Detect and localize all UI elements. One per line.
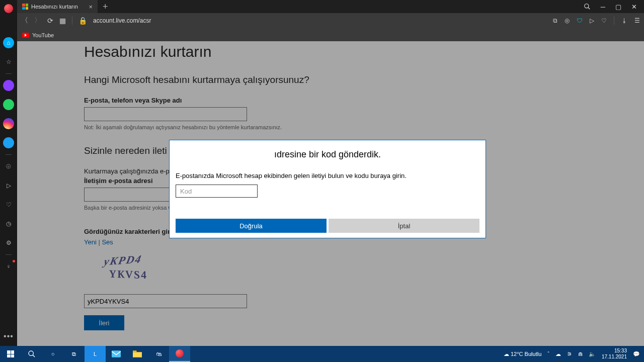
opera-logo-icon[interactable] — [4, 4, 13, 13]
youtube-favicon-icon[interactable] — [22, 33, 29, 38]
code-input[interactable] — [176, 185, 258, 198]
opera-taskbar-icon[interactable] — [169, 346, 190, 362]
taskbar-app-1[interactable]: L — [85, 346, 106, 362]
send-icon[interactable]: ▷ — [3, 180, 14, 191]
history-icon[interactable]: ◷ — [3, 218, 14, 229]
messenger-icon[interactable] — [3, 80, 14, 91]
cancel-button[interactable]: İptal — [329, 219, 479, 233]
close-window-icon[interactable]: ✕ — [631, 3, 637, 11]
svg-rect-6 — [133, 350, 137, 352]
tray-chevron-icon[interactable]: ˆ — [547, 351, 549, 357]
modal-title: ıdresine bir kod gönderdik. — [176, 149, 479, 160]
heart-icon[interactable]: ♡ — [3, 199, 14, 210]
more-icon[interactable]: ••• — [4, 332, 14, 341]
send-right-icon[interactable]: ▷ — [590, 17, 594, 24]
player-icon[interactable]: ⦾ — [3, 161, 14, 172]
tab-active[interactable]: Hesabınızı kurtarın × — [17, 0, 98, 13]
camera-icon[interactable]: ◎ — [565, 17, 570, 24]
opera-sidebar: ⌂ ☆ ⦾ ▷ ♡ ◷ ⚙ ♀ ••• — [0, 0, 17, 346]
download-icon[interactable]: ⭳ — [621, 17, 627, 24]
search-taskbar-icon[interactable] — [21, 346, 42, 362]
minimize-window-icon[interactable]: ─ — [601, 3, 605, 11]
forward-icon[interactable]: 〉 — [34, 16, 41, 25]
microsoft-favicon-icon — [22, 4, 28, 10]
explorer-icon[interactable] — [127, 346, 148, 362]
instagram-icon[interactable] — [3, 118, 14, 129]
verification-modal: ıdresine bir kod gönderdik. E-postanızda… — [169, 140, 486, 238]
address-bar: 〈 〉 ⟳ ▦ 🔒 account.live.com/acsr ⧉ ◎ 🛡 ▷ … — [17, 13, 644, 28]
screenshot-icon[interactable]: ⧉ — [553, 17, 557, 24]
menu-icon[interactable]: ☰ — [634, 17, 640, 24]
whatsapp-icon[interactable] — [3, 99, 14, 110]
maximize-window-icon[interactable]: ▢ — [615, 3, 621, 11]
mail-icon[interactable] — [106, 346, 127, 362]
start-button[interactable] — [0, 346, 21, 362]
svg-point-0 — [585, 4, 589, 8]
tab-strip: Hesabınızı kurtarın × + ─ ▢ ✕ — [17, 0, 644, 13]
volume-icon[interactable]: 🔈 — [589, 351, 596, 357]
tab-close-icon[interactable]: × — [89, 3, 93, 11]
notifications-icon[interactable]: 💬 — [633, 351, 640, 357]
star-icon[interactable]: ☆ — [3, 56, 14, 67]
back-icon[interactable]: 〈 — [21, 16, 28, 25]
onedrive-icon[interactable]: ☁ — [555, 351, 561, 357]
bulb-icon[interactable]: ♀ — [3, 261, 14, 272]
svg-line-3 — [33, 355, 35, 357]
svg-line-1 — [588, 8, 590, 10]
tabs-icon[interactable]: ▦ — [59, 17, 66, 25]
bookmark-youtube[interactable]: YouTube — [32, 32, 54, 38]
taskbar: ○ ⧉ L 🛍 ☁ 12°C Bulutlu ˆ ☁ ⚞ ⋒ 🔈 15:33 1… — [0, 346, 644, 362]
twitter-icon[interactable] — [3, 137, 14, 148]
search-icon[interactable] — [584, 3, 591, 10]
verify-button[interactable]: Doğrula — [176, 219, 327, 233]
heart-right-icon[interactable]: ♡ — [601, 17, 607, 24]
svg-rect-5 — [133, 352, 142, 357]
tab-title: Hesabınızı kurtarın — [31, 4, 78, 10]
new-tab-button[interactable]: + — [98, 2, 113, 12]
clock[interactable]: 15:33 17.11.2021 — [602, 348, 627, 360]
bookmarks-bar: YouTube — [17, 28, 644, 41]
network-icon[interactable]: ⚞ — [567, 351, 572, 357]
cortana-icon[interactable]: ○ — [42, 346, 63, 362]
lock-icon[interactable]: 🔒 — [78, 17, 87, 25]
home-icon[interactable]: ⌂ — [3, 37, 14, 48]
svg-point-2 — [29, 351, 33, 355]
store-icon[interactable]: 🛍 — [148, 346, 169, 362]
weather-widget[interactable]: ☁ 12°C Bulutlu — [504, 351, 541, 357]
reload-icon[interactable]: ⟳ — [47, 17, 53, 25]
gear-icon[interactable]: ⚙ — [3, 237, 14, 248]
modal-instruction: E-postanızda Microsoft hesap ekibinden g… — [176, 172, 479, 179]
svg-rect-4 — [112, 350, 121, 357]
wifi-icon[interactable]: ⋒ — [578, 351, 583, 357]
shield-icon[interactable]: 🛡 — [577, 17, 583, 24]
url-text[interactable]: account.live.com/acsr — [93, 17, 151, 24]
taskview-icon[interactable]: ⧉ — [63, 346, 85, 362]
